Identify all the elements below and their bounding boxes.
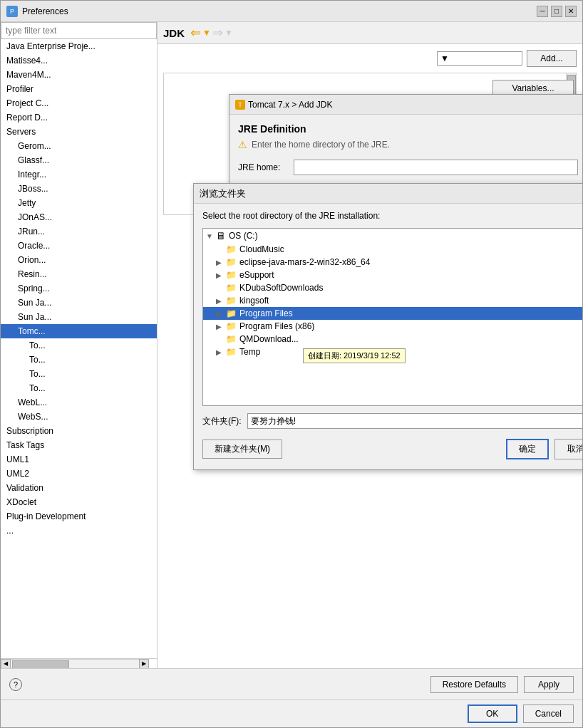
- tooltip-popup: 创建日期: 2019/3/19 12:52: [303, 348, 406, 363]
- tree-item-cloudmusic[interactable]: ▶ 📁 CloudMusic: [203, 243, 582, 256]
- jre-home-input[interactable]: [294, 160, 578, 175]
- sidebar-item-orion[interactable]: Orion...: [1, 253, 157, 267]
- file-tree[interactable]: ▼ 🖥 OS (C:) ▶ 📁 CloudMusic: [202, 228, 582, 406]
- tree-item-qmdownload[interactable]: ▶ 📁 QMDownload...: [203, 333, 582, 345]
- tomcat-dialog-body: 📚 JRE Definition ⚠ Enter the home direct…: [229, 115, 582, 190]
- tree-label: kingsoft: [239, 296, 269, 306]
- minimize-button[interactable]: ─: [537, 6, 548, 17]
- tree-item-program-files-x86[interactable]: ▶ 📁 Program Files (x86): [203, 320, 582, 333]
- file-cancel-button[interactable]: 取消: [554, 439, 582, 459]
- sidebar-item-xdoclet[interactable]: XDoclet: [1, 495, 157, 509]
- file-dialog-body: Select the root directory of the JRE ins…: [194, 204, 582, 469]
- tree-label: QMDownload...: [239, 334, 299, 344]
- sidebar-item-oracle[interactable]: Oracle...: [1, 239, 157, 253]
- help-icon[interactable]: ?: [9, 678, 22, 691]
- tree-root[interactable]: ▼ 🖥 OS (C:): [203, 229, 582, 243]
- nav-arrows: ⇐ ▼ ⇒ ▼: [190, 25, 233, 41]
- sidebar-item-webs[interactable]: WebS...: [1, 410, 157, 424]
- tree-item-esupport[interactable]: ▶ 📁 eSupport: [203, 269, 582, 281]
- new-folder-button[interactable]: 新建文件夹(M): [202, 440, 282, 459]
- jre-def-title: JRE Definition: [238, 123, 582, 135]
- window-title: Preferences: [22, 6, 68, 16]
- expand-icon: ▼: [206, 232, 216, 240]
- sidebar-item-report-d[interactable]: Report D...: [1, 110, 157, 125]
- tooltip-text: 创建日期: 2019/3/19 12:52: [308, 351, 401, 360]
- filter-input[interactable]: [1, 22, 157, 39]
- sidebar-item-jrun[interactable]: JRun...: [1, 224, 157, 239]
- jre-home-label: JRE home:: [238, 162, 288, 172]
- sidebar-item-webl[interactable]: WebL...: [1, 395, 157, 410]
- tree-item-kduba[interactable]: ▶ 📁 KDubaSoftDownloads: [203, 281, 582, 294]
- sidebar-item-uml1[interactable]: UML1: [1, 452, 157, 467]
- warning-icon: ⚠: [238, 139, 247, 150]
- sidebar-item-matisse[interactable]: Matisse4...: [1, 53, 157, 68]
- sidebar-item-sunja1[interactable]: Sun Ja...: [1, 296, 157, 310]
- tree-label: eclipse-java-mars-2-win32-x86_64: [239, 257, 370, 267]
- forward-arrow[interactable]: ⇒: [212, 25, 223, 41]
- main-panel: JDK ⇐ ▼ ⇒ ▼ ▼ Add...: [158, 22, 582, 668]
- sidebar-item-plugin-dev[interactable]: Plug-in Development: [1, 509, 157, 524]
- preferences-window: P Preferences ─ □ ✕ Java Enterprise Proj…: [0, 0, 583, 728]
- restore-defaults-button[interactable]: Restore Defaults: [430, 676, 518, 693]
- sidebar-item-spring[interactable]: Spring...: [1, 281, 157, 296]
- tree-label: KDubaSoftDownloads: [239, 283, 323, 293]
- tree-label: Program Files (x86): [239, 321, 314, 331]
- sidebar-item-more[interactable]: ...: [1, 524, 157, 538]
- close-button[interactable]: ✕: [565, 6, 577, 17]
- sidebar-item-sunja2[interactable]: Sun Ja...: [1, 310, 157, 324]
- sidebar-item-java-enterprise[interactable]: Java Enterprise Proje...: [1, 39, 157, 53]
- sidebar-item-resin[interactable]: Resin...: [1, 267, 157, 281]
- ok-button[interactable]: OK: [468, 704, 517, 723]
- scroll-left-btn[interactable]: ◀: [1, 659, 11, 669]
- sidebar-item-tom4[interactable]: To...: [1, 381, 157, 395]
- jdk-dropdown[interactable]: ▼: [437, 51, 522, 66]
- sidebar-item-tom2[interactable]: To...: [1, 353, 157, 367]
- tree-item-kingsoft[interactable]: ▶ 📁 kingsoft: [203, 294, 582, 307]
- jre-warning: ⚠ Enter the home directory of the JRE.: [238, 139, 582, 150]
- sidebar-item-servers[interactable]: Servers: [1, 125, 157, 139]
- file-dialog: 浏览文件夹 ✕ Select the root directory of the…: [193, 183, 582, 470]
- tree-label: CloudMusic: [239, 244, 284, 254]
- nav-dropdown2[interactable]: ▼: [225, 28, 233, 38]
- sidebar-item-geronimo[interactable]: Gerom...: [1, 139, 157, 153]
- sidebar-item-profiler[interactable]: Profiler: [1, 82, 157, 96]
- sidebar-item-tom1[interactable]: To...: [1, 338, 157, 353]
- sidebar-item-subscription[interactable]: Subscription: [1, 424, 157, 438]
- apply-button[interactable]: Apply: [524, 676, 574, 693]
- main-content: Java Enterprise Proje... Matisse4... Mav…: [1, 22, 582, 668]
- cancel-button[interactable]: Cancel: [523, 704, 574, 723]
- ok-cancel-bar: OK Cancel: [1, 700, 582, 727]
- file-dialog-title: 浏览文件夹: [200, 187, 246, 200]
- sidebar-item-jonas[interactable]: JOnAS...: [1, 210, 157, 224]
- file-dialog-footer: 新建文件夹(M) 确定 取消: [202, 436, 582, 462]
- sidebar-item-jetty[interactable]: Jetty: [1, 196, 157, 210]
- back-arrow[interactable]: ⇐: [190, 25, 201, 41]
- sidebar-item-glassfish[interactable]: Glassf...: [1, 153, 157, 167]
- tomcat-dialog-titlebar: T Tomcat 7.x > Add JDK ─ □ ✕: [229, 95, 582, 115]
- tree-item-eclipse[interactable]: ▶ 📁 eclipse-java-mars-2-win32-x86_64: [203, 256, 582, 269]
- maximize-button[interactable]: □: [551, 6, 562, 17]
- tree-item-program-files[interactable]: ▶ 📁 Program Files: [203, 307, 582, 320]
- file-dialog-header: 浏览文件夹 ✕: [194, 184, 582, 204]
- sidebar-item-jboss[interactable]: JBoss...: [1, 182, 157, 196]
- file-ok-button[interactable]: 确定: [506, 439, 549, 459]
- scroll-right-btn[interactable]: ▶: [139, 659, 149, 669]
- tree-root-label: OS (C:): [229, 231, 258, 241]
- sidebar-item-tomcat[interactable]: Tomc...: [1, 324, 157, 338]
- sidebar-item-validation[interactable]: Validation: [1, 481, 157, 495]
- sidebar-item-uml2[interactable]: UML2: [1, 467, 157, 481]
- sidebar-item-integ[interactable]: Integr...: [1, 167, 157, 182]
- jre-warning-text: Enter the home directory of the JRE.: [252, 140, 390, 150]
- sidebar: Java Enterprise Proje... Matisse4... Mav…: [1, 22, 158, 668]
- file-name-input[interactable]: [247, 413, 582, 429]
- sidebar-item-task-tags[interactable]: Task Tags: [1, 438, 157, 452]
- nav-dropdown1[interactable]: ▼: [202, 28, 211, 38]
- file-name-row: 文件夹(F):: [202, 413, 582, 429]
- panel-title: JDK: [163, 27, 185, 39]
- sidebar-item-project-c[interactable]: Project C...: [1, 96, 157, 110]
- sidebar-item-maven[interactable]: Maven4M...: [1, 68, 157, 82]
- add-button[interactable]: Add...: [527, 50, 577, 67]
- bottom-bar: ? Restore Defaults Apply: [1, 668, 582, 700]
- tree-label: Program Files: [239, 308, 293, 318]
- sidebar-item-tom3[interactable]: To...: [1, 367, 157, 381]
